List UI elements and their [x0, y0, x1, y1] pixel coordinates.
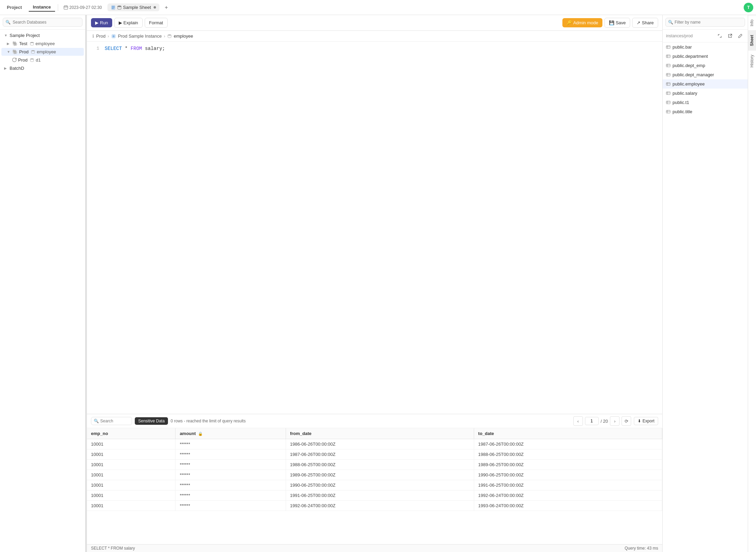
tab-datetime[interactable]: 2023-09-27 02:30 — [61, 4, 105, 11]
admin-label: Admin mode — [573, 20, 598, 25]
format-button[interactable]: Format — [145, 18, 168, 28]
table-icon — [666, 100, 670, 105]
datetime-text: 2023-09-27 02:30 — [69, 5, 102, 10]
svg-rect-14 — [666, 92, 670, 94]
right-panel-search-wrap: 🔍 — [663, 15, 748, 30]
status-bar: SELECT * FROM salary Query time: 43 ms — [87, 544, 662, 552]
sidebar-item-batchd[interactable]: ▶ BatchD — [1, 64, 84, 72]
line-content-1: SELECT * FROM salary; — [105, 46, 165, 51]
table-icon — [666, 73, 670, 77]
side-tab-history[interactable]: History — [748, 50, 756, 71]
cell-emp_no: 10001 — [87, 490, 175, 501]
right-panel-table-item[interactable]: public.department — [663, 52, 748, 61]
sql-editor[interactable]: 1 SELECT * FROM salary; — [87, 42, 662, 414]
tab-divider — [58, 4, 58, 11]
info-icon: ℹ — [92, 34, 94, 39]
save-button[interactable]: 💾 Save — [604, 18, 630, 28]
col-amount: amount 🔒 — [175, 428, 286, 439]
instance-label: Test — [19, 41, 27, 46]
table-icon — [666, 54, 670, 58]
batchd-label: BatchD — [10, 66, 24, 71]
lock-icon: 🔒 — [198, 432, 203, 436]
right-panel-table-item[interactable]: public.t1 — [663, 98, 748, 107]
cell-to_date: 1993-06-24T00:00:00Z — [474, 501, 662, 511]
tab-project[interactable]: Project — [3, 3, 26, 11]
cell-to_date: 1990-06-25T00:00:00Z — [474, 470, 662, 480]
side-tab-info[interactable]: Info — [748, 15, 756, 30]
kw-table-name: salary; — [145, 46, 165, 51]
cell-emp_no: 10001 — [87, 460, 175, 470]
cell-to_date: 1992-06-24T00:00:00Z — [474, 490, 662, 501]
refresh-button[interactable]: ⟳ — [622, 416, 631, 426]
external-link-icon[interactable] — [726, 32, 734, 40]
kw-select: SELECT — [105, 46, 122, 51]
tab-instance[interactable]: Instance — [29, 3, 55, 12]
sidebar-item-test-instance[interactable]: ▶ 🐘 Test employee — [1, 40, 84, 48]
chevron-right-icon: ▶ — [7, 42, 11, 45]
right-panel-table-item[interactable]: public.employee — [663, 79, 748, 89]
tab-add-button[interactable]: + — [162, 3, 170, 12]
cell-emp_no: 10001 — [87, 449, 175, 460]
prod2-sub-label: d1 — [36, 57, 40, 63]
cell-from_date: 1990-06-25T00:00:00Z — [286, 480, 474, 490]
sidebar-item-prod-d1[interactable]: ▶ Prod d1 — [1, 56, 84, 64]
results-table: emp_no amount 🔒 from_date to_date 10001*… — [87, 428, 662, 544]
database-icon-small — [117, 5, 122, 10]
svg-point-4 — [30, 42, 34, 43]
filter-input[interactable] — [665, 18, 745, 27]
sidebar-item-prod-employee[interactable]: ▼ 🐘 Prod employee — [1, 48, 84, 56]
breadcrumb-table[interactable]: employee — [174, 34, 193, 39]
explain-button[interactable]: ▶ Explain — [114, 18, 143, 28]
chevron-down-icon: ▼ — [7, 50, 11, 54]
run-button[interactable]: ▶ Run — [91, 18, 112, 27]
svg-rect-12 — [666, 73, 670, 76]
sidebar: 🔍 ▼ Sample Project ▶ 🐘 Test — [0, 15, 86, 552]
pagination-page-input[interactable]: 1 — [585, 417, 599, 425]
col-to-date: to_date — [474, 428, 662, 439]
svg-rect-0 — [64, 6, 68, 9]
cell-to_date: 1989-06-25T00:00:00Z — [474, 460, 662, 470]
right-panel-tables-list: public.bar public.department public.dept… — [663, 42, 748, 552]
pagination-prev-button[interactable]: ‹ — [573, 416, 583, 426]
instances-label: instances/prod — [666, 34, 714, 38]
tab-sheet[interactable]: Sample Sheet — [107, 3, 160, 11]
right-panel-actions: instances/prod — [663, 30, 748, 42]
breadcrumb-instance[interactable]: Prod Sample Instance — [118, 34, 162, 39]
db-icon-prod — [31, 50, 35, 54]
export-button[interactable]: ⬇ Export — [634, 417, 658, 425]
right-panel: 🔍 instances/prod — [662, 15, 748, 552]
table-label: public.t1 — [673, 100, 689, 105]
table-icon — [666, 63, 670, 68]
pagination-next-button[interactable]: › — [610, 416, 620, 426]
side-tab-sheet[interactable]: Sheet — [748, 30, 756, 50]
run-label: Run — [100, 20, 108, 25]
edit-icon[interactable] — [736, 32, 744, 40]
save-label: Save — [616, 20, 626, 25]
right-panel-table-item[interactable]: public.bar — [663, 42, 748, 52]
svg-point-5 — [31, 50, 35, 51]
side-tabs: Info Sheet History — [748, 15, 756, 552]
right-panel-table-item[interactable]: public.title — [663, 107, 748, 116]
breadcrumb-db-icon — [167, 34, 172, 38]
editor-resize-handle[interactable] — [368, 414, 381, 414]
share-button[interactable]: ↗ Share — [632, 18, 658, 28]
sidebar-item-sample-project[interactable]: ▼ Sample Project — [1, 31, 84, 39]
right-panel-table-item[interactable]: public.dept_manager — [663, 70, 748, 79]
project-label: Sample Project — [10, 33, 40, 38]
svg-rect-15 — [666, 101, 670, 104]
share-icon: ↗ — [637, 20, 640, 25]
cell-emp_no: 10001 — [87, 501, 175, 511]
user-avatar[interactable]: T — [744, 3, 753, 12]
format-label: Format — [149, 20, 163, 25]
table-label: public.dept_emp — [673, 63, 705, 68]
right-panel-table-item[interactable]: public.salary — [663, 89, 748, 98]
table-header: emp_no amount 🔒 from_date to_date — [87, 428, 662, 439]
search-input[interactable] — [3, 18, 82, 27]
right-panel-table-item[interactable]: public.dept_emp — [663, 61, 748, 70]
cell-emp_no: 10001 — [87, 470, 175, 480]
expand-icon[interactable] — [716, 32, 724, 40]
cell-from_date: 1987-06-26T00:00:00Z — [286, 449, 474, 460]
admin-mode-button[interactable]: 🔑 Admin mode — [562, 18, 602, 27]
export-label: Export — [642, 419, 654, 423]
breadcrumb-prod[interactable]: Prod — [96, 34, 105, 39]
